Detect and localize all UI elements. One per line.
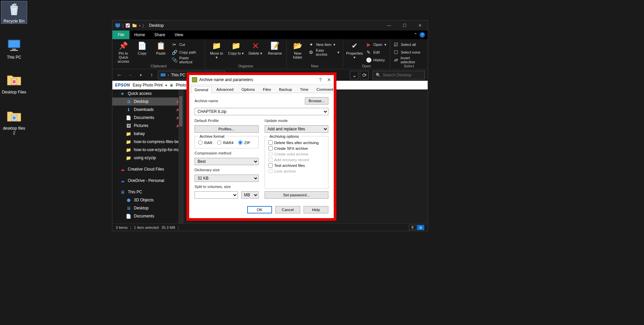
forward-button[interactable]: → — [126, 71, 135, 79]
up-button[interactable]: ↑ — [147, 71, 156, 79]
address-dropdown-button[interactable]: ⌄ — [350, 71, 359, 79]
paste-button[interactable]: 📋 Paste — [153, 41, 169, 55]
opt-test-check[interactable]: Test archived files — [268, 163, 325, 168]
tab-advanced[interactable]: Advanced — [213, 86, 237, 93]
icons-view-button[interactable]: ▦ — [417, 225, 424, 230]
copy-path-button[interactable]: 🔗Copy path — [172, 49, 201, 56]
tree-creative-cloud[interactable]: ☁Creative Cloud Files — [112, 165, 183, 173]
tree-quick-access[interactable]: ★Quick access — [112, 89, 183, 97]
new-item-button[interactable]: ✦New item ▾ — [309, 41, 339, 48]
refresh-button[interactable]: ⟳ — [360, 71, 369, 79]
maximize-button[interactable]: ☐ — [397, 20, 412, 30]
archive-name-input[interactable]: CHAPTER 6.zip — [195, 108, 328, 115]
titlebar[interactable]: | ▾ | Desktop — ☐ ✕ — [112, 20, 428, 30]
tree-desktop[interactable]: 🖥Desktop📌 — [112, 97, 183, 106]
set-password-button[interactable]: Set password... — [265, 191, 329, 199]
sidebar-scrollbar[interactable] — [178, 89, 183, 223]
tree-downloads[interactable]: ⬇Downloads📌 — [112, 106, 183, 114]
search-box[interactable]: 🔍 — [373, 71, 425, 79]
epson-easy-photo-print[interactable]: Easy Photo Print — [133, 83, 163, 87]
select-all-button[interactable]: ☑Select all — [393, 41, 424, 48]
breadcrumb-this-pc[interactable]: This PC — [171, 73, 185, 77]
rename-button[interactable]: 📝Rename — [267, 41, 283, 55]
svg-rect-6 — [12, 80, 16, 83]
epson-photo[interactable]: Photo — [176, 83, 186, 87]
monitor-small-icon — [160, 73, 166, 77]
desktop-icon-desktop-files[interactable]: Desktop Files — [1, 72, 27, 94]
dictionary-select[interactable]: 32 KB — [195, 175, 259, 182]
split-unit-select[interactable]: MB — [241, 191, 259, 199]
tab-time[interactable]: Time — [297, 86, 312, 93]
folder-small-icon[interactable] — [132, 23, 137, 27]
browse-button[interactable]: Browse... — [305, 97, 328, 105]
tree-howto-ezyzip[interactable]: 📁how-to-use-ezyzip-for-maxi — [112, 146, 183, 154]
split-size-input[interactable] — [195, 191, 238, 199]
format-rar-radio[interactable]: RAR — [198, 140, 212, 145]
cancel-button[interactable]: Cancel — [275, 206, 300, 213]
desktop-icon-recycle-bin[interactable]: Recycle Bin — [1, 1, 27, 23]
ok-button[interactable]: OK — [247, 206, 272, 213]
file-menu[interactable]: File — [112, 30, 129, 39]
tree-documents[interactable]: 📄Documents📌 — [112, 114, 183, 122]
compression-select[interactable]: Best — [195, 158, 259, 165]
share-menu[interactable]: Share — [150, 30, 170, 39]
tab-files[interactable]: Files — [260, 86, 274, 93]
opt-sfx-check[interactable]: Create SFX archive — [268, 146, 325, 150]
new-folder-button[interactable]: 📂New folder — [290, 41, 306, 59]
history-button[interactable]: 🕓History — [366, 57, 386, 63]
tab-comment[interactable]: Comment — [313, 86, 337, 93]
help-button[interactable]: Help — [304, 206, 328, 213]
tab-backup[interactable]: Backup — [276, 86, 295, 93]
opt-delete-check[interactable]: Delete files after archiving — [268, 140, 325, 145]
tree-3d-objects[interactable]: ⬢3D Objects — [112, 196, 183, 204]
copy-button[interactable]: 📄 Copy — [135, 41, 150, 55]
window-title: Desktop — [149, 23, 164, 28]
select-none-button[interactable]: ☐Select none — [393, 49, 424, 56]
search-input[interactable] — [383, 73, 422, 77]
invert-selection-button[interactable]: ⇄Invert selection — [393, 57, 424, 63]
cut-button[interactable]: ✂Cut — [172, 41, 201, 48]
tab-options[interactable]: Options — [238, 86, 258, 93]
easy-access-button[interactable]: ⚙Easy access ▾ — [309, 49, 339, 56]
desktop-icon-label: desktop files 2 — [1, 126, 27, 135]
recent-button[interactable]: ▾ — [137, 71, 145, 79]
dialog-help-button[interactable]: ? — [319, 77, 322, 82]
copy-to-button[interactable]: 📁Copy to ▾ — [228, 41, 244, 55]
collapse-ribbon-button[interactable]: ⌃ — [414, 32, 418, 38]
properties-button[interactable]: ✔Properties ▾ — [346, 41, 363, 59]
delete-button[interactable]: ✕Delete ▾ — [248, 41, 264, 55]
paste-shortcut-button[interactable]: 📎Paste shortcut — [172, 57, 201, 63]
format-rar4-radio[interactable]: RAR4 — [217, 140, 233, 145]
tree-onedrive[interactable]: ☁OneDrive - Personal — [112, 177, 183, 185]
pin-to-quick-access-button[interactable]: 📌 Pin to Quick access — [116, 41, 131, 63]
document-icon: 📄 — [126, 213, 131, 219]
edit-button[interactable]: ✎Edit — [366, 49, 386, 56]
tree-documents-2[interactable]: 📄Documents — [112, 212, 183, 220]
tree-pictures[interactable]: 🖼Pictures📌 — [112, 122, 183, 130]
dialog-titlebar[interactable]: Archive name and parameters ? ✕ — [189, 75, 334, 84]
profiles-button[interactable]: Profiles... — [195, 125, 259, 133]
scrollbar-thumb[interactable] — [179, 96, 182, 126]
history-icon: 🕓 — [366, 57, 371, 63]
minimize-button[interactable]: — — [381, 20, 397, 30]
help-button[interactable]: ? — [420, 32, 425, 38]
update-mode-select[interactable]: Add and replace files — [265, 125, 329, 133]
view-menu[interactable]: View — [170, 30, 188, 39]
open-button[interactable]: ▶Open ▾ — [366, 41, 386, 48]
home-menu[interactable]: Home — [129, 30, 150, 39]
move-to-button[interactable]: 📁Move to ▾ — [209, 41, 225, 59]
tree-this-pc[interactable]: 🖥This PC — [112, 188, 183, 196]
checkbox-icon[interactable] — [125, 23, 130, 28]
tree-bahay[interactable]: 📁bahay — [112, 130, 183, 138]
close-button[interactable]: ✕ — [412, 20, 428, 30]
desktop-icon-this-pc[interactable]: This PC — [1, 38, 27, 60]
tree-howto-compress[interactable]: 📁how-to-compress-files-befo — [112, 138, 183, 146]
details-view-button[interactable]: ≣ — [409, 225, 416, 230]
back-button[interactable]: ← — [115, 71, 124, 79]
tree-using-ezyzip[interactable]: 📁using ezyzip — [112, 154, 183, 162]
dialog-close-button[interactable]: ✕ — [327, 77, 331, 82]
tab-general[interactable]: General — [191, 86, 212, 93]
format-zip-radio[interactable]: ZIP — [238, 140, 250, 145]
desktop-icon-desktop-files-2[interactable]: desktop files 2 — [1, 109, 27, 135]
tree-desktop-2[interactable]: 🖥Desktop — [112, 204, 183, 212]
